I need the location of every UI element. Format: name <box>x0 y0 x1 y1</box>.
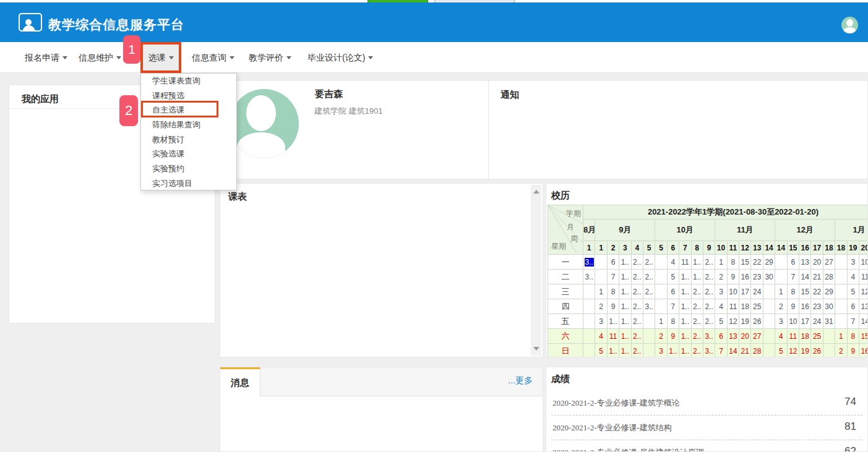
calendar-date-cell: 14 <box>859 314 868 329</box>
calendar-date-cell: 27 <box>823 255 835 270</box>
calendar-date-cell: 2.. <box>631 344 643 358</box>
timetable-title: 课表 <box>228 191 247 203</box>
calendar-day-label: 一 <box>548 255 583 270</box>
calendar-week-number: 15 <box>787 241 799 255</box>
calendar-date-cell: 7 <box>607 270 619 284</box>
calendar-date-cell: 1.. <box>619 270 631 284</box>
calendar-date-cell <box>835 299 847 314</box>
calendar-date-cell: 14 <box>799 270 811 284</box>
my-apps-title: 我的应用 <box>22 93 59 105</box>
calendar-date-cell <box>823 344 835 358</box>
corner-label: 周 <box>570 234 578 244</box>
menu-item-lab-reservation[interactable]: 实验预约 <box>141 161 236 176</box>
calendar-date-cell <box>655 270 667 284</box>
nav-item-graduation-design[interactable]: 毕业设计(论文) <box>307 42 373 73</box>
nav-item-info-query[interactable]: 信息查询 <box>192 42 234 73</box>
calendar-date-cell: 1.. <box>619 299 631 314</box>
calendar-week-number: 4 <box>631 241 643 255</box>
calendar-date-cell: 2 <box>835 344 847 358</box>
calendar-date-cell: 6 <box>607 255 619 270</box>
scroll-down-icon[interactable] <box>533 347 539 351</box>
calendar-date-cell: 22 <box>811 284 823 299</box>
calendar-date-cell: 2.. <box>703 255 715 270</box>
calendar-date-cell: 12 <box>727 314 739 329</box>
menu-item-student-timetable[interactable]: 学生课表查询 <box>141 74 236 88</box>
calendar-week-number: 5 <box>655 241 667 255</box>
calendar-day-label: 四 <box>548 299 583 314</box>
scrollbar[interactable] <box>531 185 541 356</box>
calendar-date-cell: 6 <box>667 284 679 299</box>
nav-item-teaching-eval[interactable]: 教学评价 <box>249 42 291 73</box>
chevron-down-icon <box>62 56 67 59</box>
calendar-date-cell: 3 <box>847 255 859 270</box>
calendar-day-label: 五 <box>548 314 583 329</box>
calendar-date-cell: 24 <box>811 314 823 329</box>
calendar-date-cell <box>763 299 775 314</box>
chevron-down-icon <box>116 56 121 59</box>
calendar-date-cell <box>835 270 847 284</box>
calendar-week-number: 14 <box>775 241 787 255</box>
calendar-date-cell: 5 <box>667 270 679 284</box>
corner-label: 学期 <box>566 208 581 219</box>
calendar-date-cell: 4 <box>715 299 727 314</box>
calendar-date-cell: 2.. <box>691 314 703 329</box>
calendar-date-cell: 7 <box>787 270 799 284</box>
calendar-date-cell: 2.. <box>643 270 655 284</box>
nav-item-course-select[interactable]: 选课 <box>140 42 181 73</box>
grade-course: 2020-2021-2-专业必修课-居住建筑设计原理 <box>552 447 704 452</box>
more-link[interactable]: ...更多 <box>508 375 533 386</box>
calendar-date-cell <box>643 314 655 329</box>
page-title: 教学综合信息服务平台 <box>48 5 184 45</box>
calendar-date-cell: 2.. <box>631 299 643 314</box>
corner-label: 月 <box>567 222 574 232</box>
calendar-date-cell: 2.. <box>703 284 715 299</box>
nav-item-info-maintain[interactable]: 信息维护 <box>79 42 121 73</box>
calendar-date-cell: 2 <box>775 299 787 314</box>
calendar-date-cell: 4 <box>667 255 679 270</box>
calendar-date-cell: 4 <box>847 270 859 284</box>
scroll-up-icon[interactable] <box>533 190 539 194</box>
calendar-date-cell: 3.. <box>583 255 595 270</box>
calendar-date-cell: 18 <box>799 329 811 344</box>
grade-course: 2020-2021-2-专业必修课-建筑结构 <box>552 422 672 433</box>
calendar-date-cell: 29 <box>763 255 775 270</box>
annotation-step-1-badge: 1 <box>123 35 140 64</box>
calendar-date-cell: 2.. <box>631 255 643 270</box>
calendar-date-cell: 3.. <box>643 299 655 314</box>
calendar-date-cell: 1.. <box>607 314 619 329</box>
calendar-date-cell <box>583 329 595 344</box>
calendar-week-number: 5 <box>643 241 655 255</box>
calendar-date-cell: 2.. <box>631 284 643 299</box>
calendar-date-cell: 26 <box>751 314 763 329</box>
grades-list: 2020-2021-2-专业必修课-建筑学概论 74 2020-2021-2-专… <box>551 391 862 452</box>
calendar-date-cell: 4 <box>595 329 607 344</box>
menu-item-internship-select[interactable]: 实习选项目 <box>141 176 236 191</box>
calendar-week-number: 19 <box>847 241 859 255</box>
grade-course: 2020-2021-2-专业必修课-建筑学概论 <box>552 398 680 409</box>
menu-item-textbook-order[interactable]: 教材预订 <box>141 132 236 147</box>
calendar-date-cell: 20 <box>739 329 751 344</box>
calendar-date-cell <box>655 284 667 299</box>
calendar-date-cell: 9 <box>727 270 739 284</box>
calendar-date-cell: 15 <box>859 329 868 344</box>
menu-item-filter-result-query[interactable]: 筛除结果查询 <box>141 117 236 132</box>
calendar-week-number: 1 <box>583 241 595 255</box>
calendar-date-cell: 3.. <box>583 270 595 284</box>
calendar-date-cell: 1.. <box>679 314 691 329</box>
tab-messages[interactable]: 消息 <box>220 367 260 396</box>
calendar-date-cell: 10 <box>727 284 739 299</box>
calendar-week-number: 12 <box>739 241 751 255</box>
calendar-date-cell <box>583 284 595 299</box>
calendar-date-cell: 19 <box>739 314 751 329</box>
notice-panel: 通知 <box>488 80 868 179</box>
calendar-date-cell: 5 <box>775 344 787 358</box>
nav-item-registration[interactable]: 报名申请 <box>25 42 67 73</box>
calendar-date-cell: 2 <box>595 299 607 314</box>
user-avatar-icon[interactable] <box>841 17 858 33</box>
menu-item-lab-course-select[interactable]: 实验选课 <box>141 147 236 161</box>
calendar-date-cell <box>655 299 667 314</box>
calendar-date-cell: 13 <box>859 299 868 314</box>
timetable-panel: 课表 <box>220 183 543 357</box>
chevron-down-icon <box>286 56 291 59</box>
calendar-date-cell: 11 <box>787 329 799 344</box>
